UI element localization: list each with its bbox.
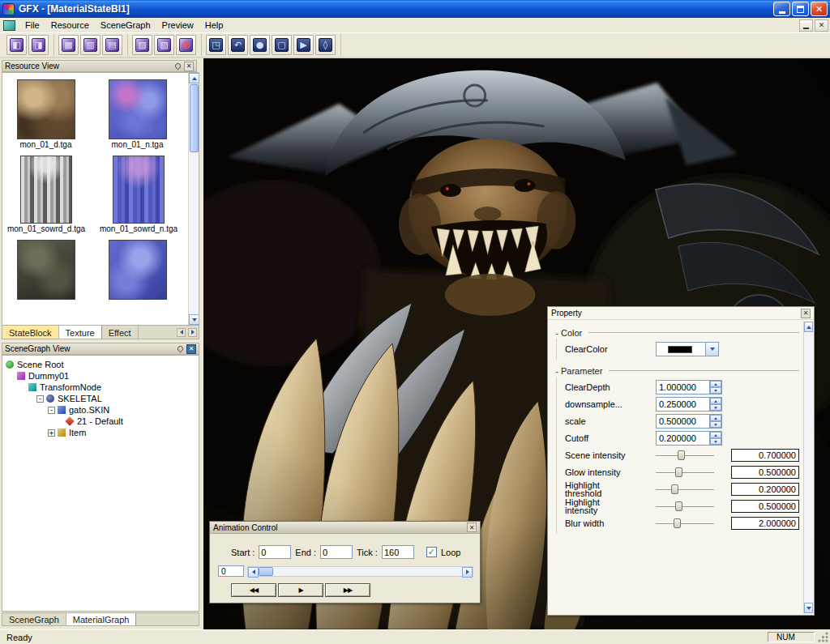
pin-icon[interactable] (174, 62, 182, 70)
tab-scenegraph[interactable]: SceneGraph (2, 613, 66, 625)
texture-item[interactable]: mon_01_d.tga (15, 79, 76, 149)
close-icon[interactable]: ✕ (801, 309, 811, 318)
tab-texture[interactable]: Texture (59, 326, 102, 339)
render-plane-button[interactable]: ▢ (272, 35, 292, 55)
cutoff-spinbox[interactable]: 0.200000 (656, 431, 722, 446)
highlight-intensity-value[interactable]: 0.500000 (731, 500, 799, 513)
menu-scenegraph[interactable]: SceneGraph (95, 19, 156, 32)
close-button[interactable]: ✕ (811, 2, 828, 16)
group-header-color[interactable]: - Color (553, 326, 801, 339)
spin-down-icon[interactable] (710, 421, 721, 428)
tab-stateblock[interactable]: StateBlock (2, 326, 59, 339)
group-header-parameter[interactable]: - Parameter (553, 365, 801, 377)
scroll-down-icon[interactable] (189, 314, 199, 325)
glow-intensity-slider[interactable] (656, 466, 714, 479)
scenegraph-view-header[interactable]: SceneGraph View ✕ (2, 343, 199, 355)
export-button[interactable]: ▥ (80, 35, 101, 55)
spin-value[interactable]: 1.000000 (657, 381, 709, 394)
play-button[interactable]: ▶ (278, 583, 323, 597)
slider-thumb[interactable] (671, 484, 678, 494)
spin-up-icon[interactable] (710, 432, 721, 438)
highlight-intensity-slider[interactable] (656, 500, 714, 513)
spin-down-icon[interactable] (710, 438, 721, 445)
pin-icon[interactable] (177, 345, 185, 353)
texture-item[interactable]: mon_01_sowrd_d.tga (15, 156, 77, 233)
mdi-close-button[interactable]: ✕ (815, 19, 828, 32)
texture-item[interactable]: mon_01_n.tga (107, 79, 168, 149)
collapse-icon[interactable]: - (553, 366, 561, 376)
texture-item[interactable] (107, 240, 168, 300)
menu-preview[interactable]: Preview (156, 19, 199, 32)
spin-up-icon[interactable] (710, 398, 721, 404)
texture-thumbnail[interactable] (109, 79, 167, 139)
scroll-right-icon[interactable] (462, 567, 473, 578)
spin-down-icon[interactable] (710, 404, 721, 411)
tree-node-transformnode[interactable]: TransformNode (2, 382, 199, 393)
title-bar[interactable]: GFX - [MaterialStateBl1] ✕ (0, 0, 830, 18)
downsample-spinbox[interactable]: 0.250000 (656, 397, 722, 412)
scrollbar-track[interactable] (273, 567, 462, 576)
texture-button[interactable]: ▨ (132, 35, 152, 55)
slider-thumb[interactable] (678, 450, 685, 460)
clearcolor-dropdown[interactable] (656, 342, 719, 356)
minimize-button[interactable] (773, 2, 790, 16)
spin-value[interactable]: 0.200000 (657, 432, 709, 445)
rotate-view-button[interactable]: ↶ (228, 35, 248, 55)
property-scrollbar[interactable] (803, 322, 813, 613)
import-button[interactable]: ▦ (58, 35, 79, 55)
chevron-down-icon[interactable] (705, 343, 718, 356)
slider-thumb[interactable] (675, 501, 682, 511)
texture-thumbnail[interactable] (20, 156, 72, 224)
timeline-scrollbar[interactable] (247, 566, 473, 577)
texture-item[interactable] (15, 240, 76, 300)
menu-help[interactable]: Help (199, 19, 229, 32)
save-resource-button[interactable]: ▤ (102, 35, 122, 55)
tree-node-dummy01[interactable]: Dummy01 (2, 370, 199, 382)
tree-node-material-default[interactable]: 21 - Default (2, 416, 199, 427)
close-icon[interactable]: ✕ (467, 522, 477, 532)
glow-intensity-value[interactable]: 0.500000 (731, 466, 799, 479)
close-icon[interactable]: ✕ (184, 62, 194, 71)
collapse-icon[interactable]: - (48, 407, 55, 414)
spin-value[interactable]: 0.500000 (657, 415, 709, 428)
scroll-up-icon[interactable] (189, 73, 199, 83)
resize-grip[interactable] (817, 631, 829, 643)
render-sphere-button[interactable]: ● (250, 35, 270, 55)
mdi-document-icon[interactable] (3, 20, 15, 31)
tree-node-item[interactable]: + Item (2, 427, 199, 438)
tree-node-scene-root[interactable]: Scene Root (2, 359, 199, 370)
texture-thumbnail[interactable] (109, 240, 167, 300)
spin-up-icon[interactable] (710, 415, 721, 421)
app-icon[interactable] (2, 3, 15, 15)
highlight-threshold-value[interactable]: 0.200000 (731, 483, 799, 496)
scene-intensity-value[interactable]: 0.700000 (731, 449, 799, 462)
end-input[interactable] (320, 545, 353, 559)
open-button[interactable]: ◨ (28, 35, 49, 55)
rewind-button[interactable]: ◀◀ (231, 583, 276, 597)
blur-width-value[interactable]: 2.000000 (731, 517, 799, 530)
tab-materialgraph[interactable]: MaterialGraph (66, 613, 137, 625)
scrollbar-track[interactable] (804, 332, 813, 603)
tab-scroll-left-icon[interactable] (177, 328, 186, 337)
texture-thumbnail[interactable] (17, 79, 75, 139)
tab-effect[interactable]: Effect (102, 326, 139, 339)
loop-checkbox[interactable]: ✓ (426, 547, 437, 557)
resource-scrollbar[interactable] (188, 73, 199, 325)
scrollbar-track[interactable] (189, 153, 199, 314)
start-input[interactable] (259, 545, 291, 559)
scroll-down-icon[interactable] (804, 603, 813, 613)
slider-thumb[interactable] (674, 518, 681, 528)
play-preview-button[interactable]: ▶ (293, 35, 314, 55)
spin-down-icon[interactable] (710, 387, 721, 394)
light-button[interactable]: ◊ (315, 35, 336, 55)
slider-thumb[interactable] (675, 467, 682, 477)
scrollbar-thumb[interactable] (190, 84, 199, 152)
scene-intensity-slider[interactable] (656, 449, 714, 462)
spin-value[interactable]: 0.250000 (657, 398, 709, 411)
close-icon[interactable]: ✕ (186, 344, 196, 354)
collapse-icon[interactable]: - (36, 395, 44, 403)
tree-node-skeletal[interactable]: - SKELETAL (2, 393, 199, 404)
mdi-minimize-button[interactable] (799, 19, 813, 32)
resource-view-header[interactable]: Resource View ✕ (2, 60, 197, 72)
scale-spinbox[interactable]: 0.500000 (656, 414, 722, 429)
